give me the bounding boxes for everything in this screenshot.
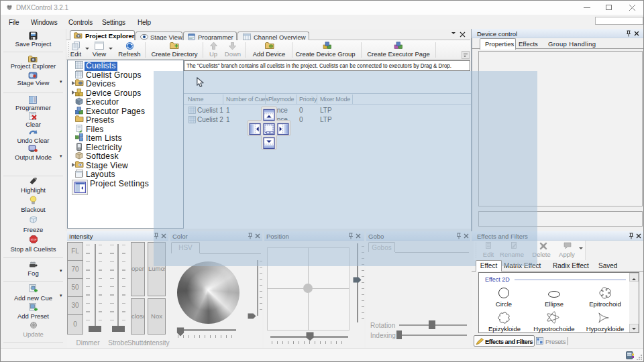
svg-text:STOP: STOP (31, 239, 37, 241)
